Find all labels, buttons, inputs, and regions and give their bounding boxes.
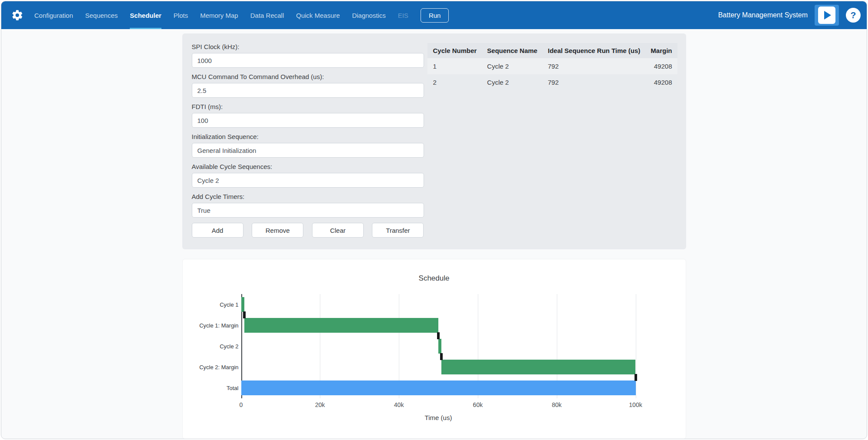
nav-quick-measure[interactable]: Quick Measure (296, 1, 340, 29)
bar-end-marker (635, 374, 637, 381)
col-sequence-name: Sequence Name (482, 43, 542, 58)
bar-end-marker (440, 353, 443, 360)
bar-cycle-2 (438, 339, 441, 354)
bar-cycle-1-margin (244, 318, 438, 333)
field-cycle-timers: Add Cycle Timers: (192, 193, 424, 218)
x-tick-label: 80k (552, 401, 562, 408)
main-nav: Configuration Sequences Scheduler Plots … (34, 1, 408, 29)
clear-button[interactable]: Clear (312, 223, 364, 238)
main-content: SPI Clock (kHz): MCU Command To Command … (182, 29, 686, 439)
cycle-timers-input[interactable] (192, 203, 424, 218)
chart-ylabels: Cycle 1Cycle 1: MarginCycle 2Cycle 2: Ma… (183, 294, 241, 421)
nav-memory-map[interactable]: Memory Map (200, 1, 238, 29)
help-icon[interactable]: ? (846, 8, 861, 23)
col-cycle-number: Cycle Number (427, 43, 482, 58)
cell-sequence-name: Cycle 2 (482, 58, 542, 74)
bar-end-marker (243, 311, 246, 318)
gridline (636, 294, 636, 398)
form-actions: Add Remove Clear Transfer (192, 223, 424, 238)
cycle-sequences-input[interactable] (192, 173, 424, 188)
nav-eis: EIS (398, 1, 408, 29)
chart-plot (241, 294, 636, 398)
cell-cycle-number: 2 (427, 74, 482, 90)
app-title: Battery Management System (718, 11, 808, 19)
run-button[interactable]: Run (421, 8, 449, 23)
bar-end-marker (437, 332, 440, 339)
chart-xlabels: 020k40k60k80k100k (241, 398, 636, 409)
bar-total (241, 380, 636, 395)
y-category-label: Total (183, 377, 241, 398)
y-category-label: Cycle 1: Margin (183, 315, 241, 336)
nav-sequences[interactable]: Sequences (85, 1, 118, 29)
mcu-overhead-input[interactable] (192, 83, 424, 98)
field-fdti: FDTI (ms): (192, 103, 424, 128)
cycle-timers-label: Add Cycle Timers: (192, 193, 424, 200)
cell-run-time: 792 (542, 74, 645, 90)
chart-plot-wrap: 020k40k60k80k100k Time (us) (241, 294, 636, 421)
init-sequence-label: Initialization Sequence: (192, 133, 424, 140)
spi-clock-input[interactable] (192, 53, 424, 68)
col-margin: Margin (645, 43, 677, 58)
gear-icon[interactable] (10, 8, 25, 23)
x-axis-title: Time (us) (241, 414, 636, 421)
nav-configuration[interactable]: Configuration (34, 1, 73, 29)
y-category-label: Cycle 2 (183, 336, 241, 357)
mcu-overhead-label: MCU Command To Command Overhead (us): (192, 73, 424, 80)
fdti-label: FDTI (ms): (192, 103, 424, 110)
top-navigation-bar: Configuration Sequences Scheduler Plots … (1, 1, 867, 29)
y-category-label: Cycle 2: Margin (183, 357, 241, 377)
play-icon (818, 7, 835, 24)
cell-margin: 49208 (645, 74, 677, 90)
x-tick-label: 40k (394, 401, 404, 408)
schedule-chart: Cycle 1Cycle 1: MarginCycle 2Cycle 2: Ma… (183, 294, 686, 421)
field-spi-clock: SPI Clock (kHz): (192, 43, 424, 68)
nav-scheduler[interactable]: Scheduler (130, 1, 161, 29)
scheduler-form: SPI Clock (kHz): MCU Command To Command … (192, 43, 424, 238)
x-tick-label: 60k (473, 401, 483, 408)
table-row[interactable]: 2 Cycle 2 792 49208 (427, 74, 677, 90)
topbar-right-group: Battery Management System ? (718, 5, 861, 26)
cell-sequence-name: Cycle 2 (482, 74, 542, 90)
nav-plots[interactable]: Plots (174, 1, 188, 29)
fdti-input[interactable] (192, 113, 424, 128)
schedule-chart-card: Schedule Cycle 1Cycle 1: MarginCycle 2Cy… (182, 259, 686, 439)
chart-title: Schedule (183, 274, 686, 283)
bar-cycle-2-margin (441, 360, 635, 374)
table-row[interactable]: 1 Cycle 2 792 49208 (427, 58, 677, 74)
field-init-sequence: Initialization Sequence: (192, 133, 424, 158)
cell-cycle-number: 1 (427, 58, 482, 74)
cell-margin: 49208 (645, 58, 677, 74)
cell-run-time: 792 (542, 58, 645, 74)
field-mcu-overhead: MCU Command To Command Overhead (us): (192, 73, 424, 98)
transfer-button[interactable]: Transfer (372, 223, 424, 238)
remove-button[interactable]: Remove (252, 223, 303, 238)
col-run-time: Ideal Sequence Run Time (us) (542, 43, 645, 58)
x-tick-label: 100k (629, 401, 642, 408)
add-button[interactable]: Add (192, 223, 243, 238)
spi-clock-label: SPI Clock (kHz): (192, 43, 424, 50)
play-button[interactable] (815, 5, 839, 26)
bar-cycle-1 (241, 297, 244, 312)
app-window: Configuration Sequences Scheduler Plots … (1, 1, 867, 439)
cycle-table-header-row: Cycle Number Sequence Name Ideal Sequenc… (427, 43, 677, 58)
scheduler-config-panel: SPI Clock (kHz): MCU Command To Command … (182, 33, 686, 249)
field-cycle-sequences: Available Cycle Sequences: (192, 163, 424, 188)
x-tick-label: 0 (240, 401, 243, 408)
cycle-table: Cycle Number Sequence Name Ideal Sequenc… (427, 43, 677, 90)
cycle-sequences-label: Available Cycle Sequences: (192, 163, 424, 170)
y-category-label: Cycle 1 (183, 294, 241, 315)
nav-data-recall[interactable]: Data Recall (250, 1, 284, 29)
x-tick-label: 20k (315, 401, 325, 408)
nav-diagnostics[interactable]: Diagnostics (352, 1, 386, 29)
init-sequence-input[interactable] (192, 143, 424, 158)
